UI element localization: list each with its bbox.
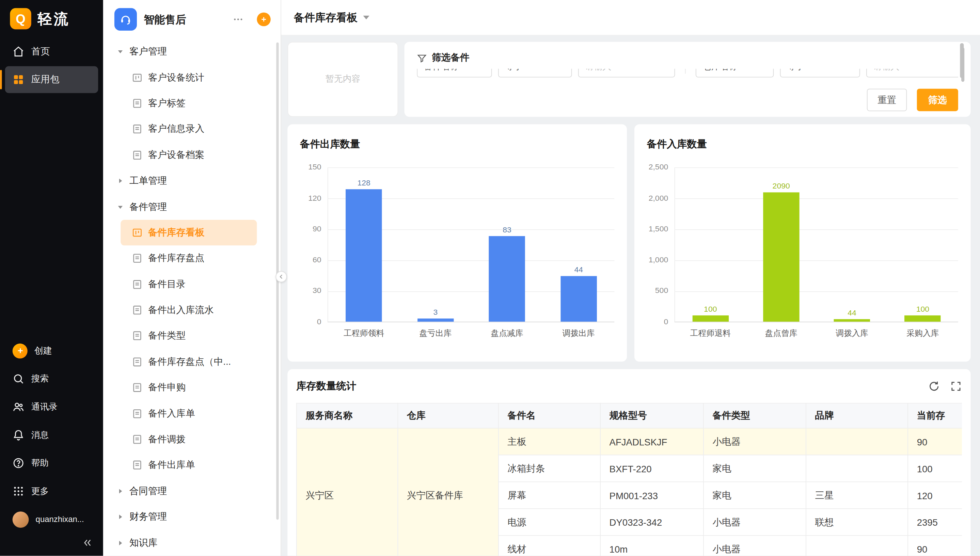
field-name-select[interactable]: 仓库名称: [696, 69, 774, 78]
more-horizontal-icon[interactable]: [233, 14, 244, 25]
sidebar-item[interactable]: 备件类型: [103, 323, 280, 349]
y-axis-tick: 0: [664, 317, 668, 326]
doc-icon: [132, 408, 143, 419]
funnel-icon: [417, 53, 427, 63]
doc-icon: [132, 124, 143, 134]
rail-item-search[interactable]: 搜索: [5, 365, 98, 392]
chart-plot: 128 3 83 44: [327, 167, 614, 322]
sidebar-item-label: 备件出入库流水: [148, 304, 214, 316]
filter-button[interactable]: 筛选: [917, 89, 958, 111]
content-scrollbar[interactable]: [960, 43, 964, 78]
page-title-dropdown-icon[interactable]: [363, 16, 369, 19]
chart-bar-group: 44: [816, 167, 888, 322]
caret-down-icon: [117, 204, 124, 210]
sidebar-item-label: 备件入库单: [148, 407, 195, 420]
operator-select[interactable]: 等于: [780, 69, 860, 78]
field-divider: [685, 69, 686, 74]
column-header: 备件类型: [703, 403, 806, 428]
rail-item-create[interactable]: 创建: [5, 337, 98, 364]
refresh-icon[interactable]: [928, 380, 940, 392]
sidebar-item-label: 客户设备统计: [148, 71, 204, 83]
sidebar-collapse-handle[interactable]: [275, 271, 287, 283]
value-input[interactable]: 请输入: [578, 69, 675, 78]
x-axis-label: 盘点减库: [471, 328, 543, 339]
doc-icon: [132, 253, 143, 264]
chart-title: 备件入库数量: [647, 138, 958, 152]
bar-value-label: 44: [574, 266, 583, 275]
sidebar-item[interactable]: 客户标签: [103, 91, 280, 116]
chart-bar[interactable]: [834, 319, 870, 322]
operator-select[interactable]: 等于: [498, 69, 572, 78]
sidebar-item[interactable]: 备件目录: [103, 272, 280, 297]
rail-item-apps[interactable]: 应用包: [5, 66, 98, 93]
bell-icon: [13, 429, 24, 441]
sidebar-item[interactable]: 备件出入库流水: [103, 297, 280, 323]
rail-item-label: 搜索: [31, 373, 49, 385]
chart-bar[interactable]: [418, 318, 454, 322]
rail-item-messages[interactable]: 消息: [5, 422, 98, 448]
sidebar-item-label: 客户信息录入: [148, 123, 204, 135]
sidebar-item[interactable]: 备件出库单: [103, 452, 280, 478]
sidebar-group[interactable]: 财务管理: [103, 504, 280, 530]
doc-icon: [132, 305, 143, 315]
empty-text: 暂无内容: [325, 74, 360, 85]
chart-bar[interactable]: [763, 192, 799, 322]
contacts-icon: [13, 401, 24, 413]
chart-bar[interactable]: [905, 315, 941, 322]
cell-spec: BXFT-220: [600, 455, 703, 482]
chart-bar[interactable]: [560, 276, 596, 322]
sidebar-item[interactable]: 备件入库单: [103, 401, 280, 427]
x-axis-label: 工程师退料: [675, 328, 746, 339]
filter-fields-clip: 备件名称 等于 请输入 仓: [417, 69, 958, 81]
y-axis: 1501209060300: [298, 167, 327, 322]
rail-item-more[interactable]: 更多: [5, 478, 98, 504]
x-axis: 工程师领料盘亏出库盘点减库调拨出库: [328, 328, 615, 339]
chart-bar[interactable]: [692, 315, 728, 322]
chart-bar[interactable]: [489, 236, 525, 322]
y-axis-tick: 1,000: [649, 255, 668, 264]
sidebar-group[interactable]: 客户管理: [103, 39, 280, 65]
sidebar-group[interactable]: 合同管理: [103, 478, 280, 504]
field-name-select[interactable]: 备件名称: [417, 69, 492, 78]
caret-down-icon: [117, 488, 124, 495]
sidebar-item[interactable]: 备件库存盘点（中...: [103, 349, 280, 375]
main-area: 备件库存看板 暂无内容 筛选备件 备件名称: [281, 0, 980, 556]
sidebar-group[interactable]: 备件管理: [103, 194, 280, 220]
fullscreen-icon[interactable]: [950, 380, 962, 392]
sidebar-group-label: 客户管理: [130, 45, 167, 58]
bar-value-label: 128: [358, 179, 371, 188]
reset-button[interactable]: 重置: [867, 89, 907, 111]
rail-item-home[interactable]: 首页: [5, 38, 98, 65]
sidebar-item[interactable]: 客户设备统计: [103, 65, 280, 91]
sidebar-group[interactable]: 知识库: [103, 530, 280, 556]
sidebar-item[interactable]: 备件库存盘点: [103, 246, 280, 272]
bar-value-label: 83: [502, 225, 512, 234]
y-axis: 2,5002,0001,5001,0005000: [644, 167, 674, 322]
add-app-button[interactable]: [257, 13, 271, 26]
sidebar-item[interactable]: 备件申购: [103, 375, 280, 401]
value-input[interactable]: 请输入: [866, 69, 958, 78]
sidebar-item[interactable]: 备件调拨: [103, 427, 280, 452]
column-header: 备件名: [499, 403, 600, 428]
rail-item-label: 首页: [31, 45, 50, 58]
rail-item-label: 帮助: [31, 457, 49, 469]
user-name: quanzhixan...: [36, 514, 84, 524]
search-icon: [13, 373, 24, 385]
chart-bar[interactable]: [346, 189, 382, 322]
rail-item-contacts[interactable]: 通讯录: [5, 393, 98, 420]
rail-item-help[interactable]: 帮助: [5, 450, 98, 477]
operator-label: 等于: [787, 69, 804, 73]
y-axis-tick: 120: [308, 194, 321, 202]
filter-panel: 筛选备件 备件名称 等于: [405, 42, 971, 117]
rail-user[interactable]: quanzhixan...: [5, 506, 98, 533]
caret-down-icon: [117, 539, 124, 546]
sidebar-group[interactable]: 工单管理: [103, 168, 280, 194]
sidebar-item[interactable]: 客户信息录入: [103, 116, 280, 142]
sidebar-item[interactable]: 备件库存看板: [121, 220, 257, 246]
rail-collapse[interactable]: [0, 533, 103, 554]
column-header: 服务商名称: [296, 403, 398, 428]
brand-logo[interactable]: Q 轻流: [0, 0, 103, 37]
cell-part: 电源: [499, 509, 600, 536]
sidebar-item-label: 备件库存看板: [148, 226, 204, 239]
sidebar-item[interactable]: 客户设备档案: [103, 142, 280, 168]
